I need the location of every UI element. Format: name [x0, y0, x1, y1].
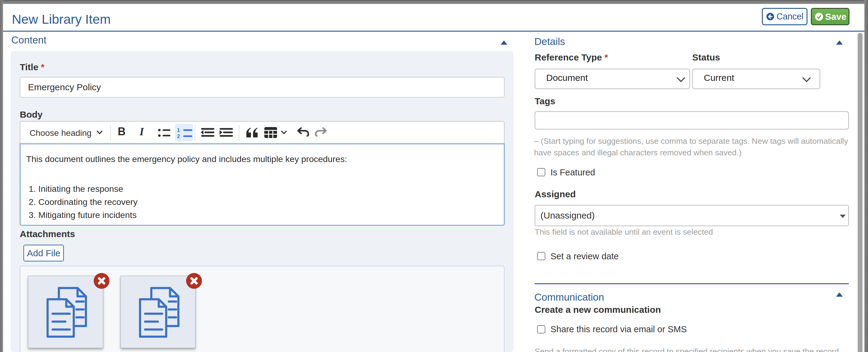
- svg-text:1: 1: [177, 128, 180, 133]
- svg-text:2: 2: [177, 133, 180, 139]
